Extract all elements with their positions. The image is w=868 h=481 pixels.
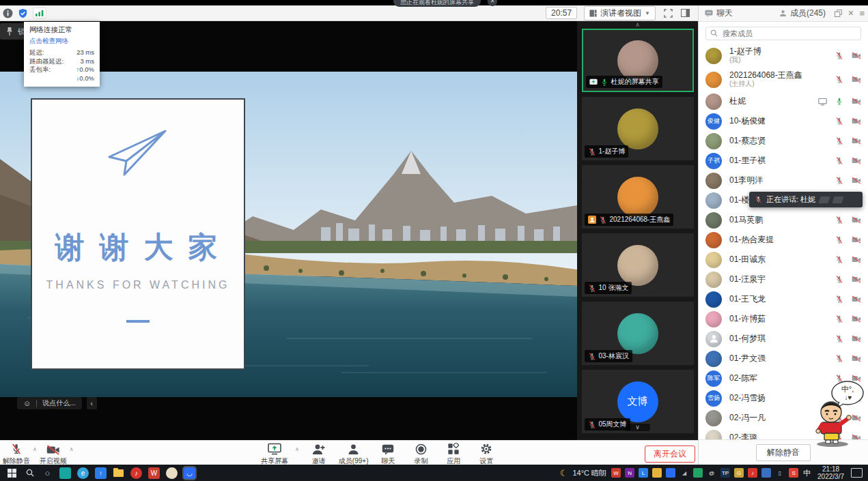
edge-browser-icon[interactable]: e xyxy=(77,467,89,479)
network-signal-icon[interactable] xyxy=(33,8,46,18)
emoji-icon[interactable]: ☺ xyxy=(23,399,31,407)
tab-chat[interactable]: 聊天 xyxy=(705,8,733,19)
unmute-button[interactable]: 解除静音 xyxy=(3,443,30,466)
tencent-meeting-icon[interactable]: ◡ xyxy=(184,467,195,479)
view-mode-selector[interactable]: 演讲者视图 ▼ xyxy=(584,6,656,20)
sogou-tray-icon[interactable]: S xyxy=(789,468,798,478)
mic-muted-icon[interactable] xyxy=(835,117,843,126)
wps-tray-icon[interactable]: W xyxy=(611,468,621,478)
mic-options-chevron[interactable]: ∧ xyxy=(33,446,37,452)
security-shield-icon[interactable] xyxy=(18,8,28,18)
video-thumbnail[interactable]: 10 张瀚文 xyxy=(582,233,694,297)
video-thumbnail[interactable]: 2021264068-王燕鑫 xyxy=(582,165,694,229)
camera-off-icon[interactable] xyxy=(852,236,861,244)
meeting-tray-icon[interactable] xyxy=(666,468,675,478)
camera-off-icon[interactable] xyxy=(852,157,861,164)
search-button[interactable] xyxy=(24,467,36,479)
tab-members[interactable]: 成员(245) xyxy=(779,8,826,19)
side-panel-toggle-icon[interactable] xyxy=(681,9,690,17)
gold-tray-icon[interactable]: G xyxy=(734,468,744,478)
panel-menu-icon[interactable]: ≡ xyxy=(859,8,865,18)
wps-office-icon[interactable]: W xyxy=(148,467,160,479)
chat-button[interactable]: 聊天 xyxy=(375,443,401,466)
camera-off-icon[interactable] xyxy=(852,52,861,59)
member-row[interactable]: 01-王飞龙 xyxy=(699,289,868,309)
mic-muted-icon[interactable] xyxy=(835,176,843,185)
camera-off-icon[interactable] xyxy=(852,177,861,184)
weather-widget[interactable]: 14°C 晴朗 xyxy=(572,468,606,478)
mic-active-icon[interactable] xyxy=(600,78,608,87)
member-row[interactable]: 01-何梦琪 xyxy=(699,329,868,349)
mic-muted-icon[interactable] xyxy=(835,136,843,145)
member-row[interactable]: 2021264068-王燕鑫(主持人) xyxy=(699,68,868,91)
tp-tray-icon[interactable]: TP xyxy=(720,468,730,478)
settings-button[interactable]: 设置 xyxy=(473,443,499,466)
video-options-chevron[interactable]: ∧ xyxy=(70,446,74,452)
netease-music-icon[interactable]: ♪ xyxy=(130,467,142,479)
mic-muted-icon[interactable] xyxy=(835,216,843,224)
video-thumbnail[interactable]: 03-林宸汉 xyxy=(582,302,694,365)
file-explorer-icon[interactable] xyxy=(113,467,124,479)
member-row[interactable]: 子祺01-里子祺 xyxy=(699,151,868,171)
camera-off-icon[interactable] xyxy=(852,216,861,224)
uploader-app-icon[interactable]: ↑ xyxy=(95,467,107,479)
say-something-input[interactable]: 说点什么... xyxy=(42,398,75,408)
camera-off-icon[interactable] xyxy=(852,256,861,263)
apps-button[interactable]: 应用 xyxy=(440,443,466,466)
camera-off-icon[interactable] xyxy=(852,295,861,303)
mic-active-icon[interactable] xyxy=(835,97,843,106)
check-network-link[interactable]: 点击检查网络 xyxy=(29,37,94,46)
camera-off-icon[interactable] xyxy=(852,355,861,362)
mic-muted-icon[interactable] xyxy=(835,235,843,244)
ime-indicator[interactable]: 中 xyxy=(803,468,811,478)
mic-muted-icon[interactable] xyxy=(588,352,596,361)
member-row[interactable]: 01李明洋 xyxy=(699,171,868,190)
cast-tray-icon[interactable] xyxy=(761,468,771,478)
collapse-chat-bar-icon[interactable]: ‹ xyxy=(87,397,97,409)
member-row[interactable]: 01-蔡志贤 xyxy=(699,131,868,151)
video-thumbnail[interactable]: 1-赵子博 xyxy=(582,97,694,160)
camera-off-icon[interactable] xyxy=(852,98,861,105)
mic-muted-icon[interactable] xyxy=(588,147,596,156)
mic-muted-icon[interactable] xyxy=(835,255,843,264)
video-thumbnail[interactable]: 文博05周文博∨ xyxy=(582,370,694,433)
popout-panel-icon[interactable] xyxy=(835,10,842,17)
meeting-info-icon[interactable] xyxy=(3,8,13,18)
member-row[interactable]: 1-赵子博(我) xyxy=(699,44,868,68)
mic-muted-icon[interactable] xyxy=(599,216,607,224)
mic-muted-icon[interactable] xyxy=(835,354,843,363)
mic-muted-icon[interactable] xyxy=(588,284,596,293)
mic-muted-icon[interactable] xyxy=(835,51,843,60)
at-tray-icon[interactable]: @ xyxy=(707,468,716,478)
mic-muted-icon[interactable] xyxy=(835,275,843,284)
share-options-chevron[interactable]: ∧ xyxy=(295,446,299,452)
cortana-button[interactable]: ○ xyxy=(42,467,53,479)
leave-meeting-button[interactable]: 离开会议 xyxy=(645,446,695,463)
search-members-input[interactable] xyxy=(705,27,861,40)
notification-center-icon[interactable] xyxy=(851,468,863,478)
mic-muted-icon[interactable] xyxy=(835,334,843,343)
mic-muted-icon[interactable] xyxy=(835,295,843,304)
member-row[interactable]: 杜妮 xyxy=(699,91,868,111)
video-thumbnail[interactable]: 杜妮的屏幕共享 xyxy=(582,29,694,92)
battery-tray-icon[interactable]: ▯ xyxy=(775,468,785,478)
taskbar-clock[interactable]: 21:18 2022/3/7 xyxy=(817,465,844,480)
member-row[interactable]: 01-许博茹 xyxy=(699,309,868,329)
camera-off-icon[interactable] xyxy=(852,76,861,83)
camera-off-icon[interactable] xyxy=(852,117,861,125)
collapse-down-chevron[interactable]: ∨ xyxy=(625,424,650,431)
invite-button[interactable]: 邀请 xyxy=(306,443,332,466)
camera-off-icon[interactable] xyxy=(852,315,861,323)
member-row[interactable]: 01-田诚东 xyxy=(699,250,868,269)
member-row[interactable]: 01-汪泉宇 xyxy=(699,269,868,289)
camera-off-icon[interactable] xyxy=(852,137,861,145)
mic-muted-icon[interactable] xyxy=(835,315,843,323)
music-tray-icon[interactable]: ♪ xyxy=(748,468,757,478)
close-panel-icon[interactable]: ✕ xyxy=(848,9,854,18)
mic-muted-icon[interactable] xyxy=(588,420,596,429)
record-button[interactable]: 录制 xyxy=(408,443,434,466)
camera-off-icon[interactable] xyxy=(852,335,861,342)
panel-unmute-button[interactable]: 解除静音 xyxy=(756,444,811,461)
mic-muted-icon[interactable] xyxy=(835,75,843,84)
clock-tray-icon[interactable]: L xyxy=(639,468,648,478)
